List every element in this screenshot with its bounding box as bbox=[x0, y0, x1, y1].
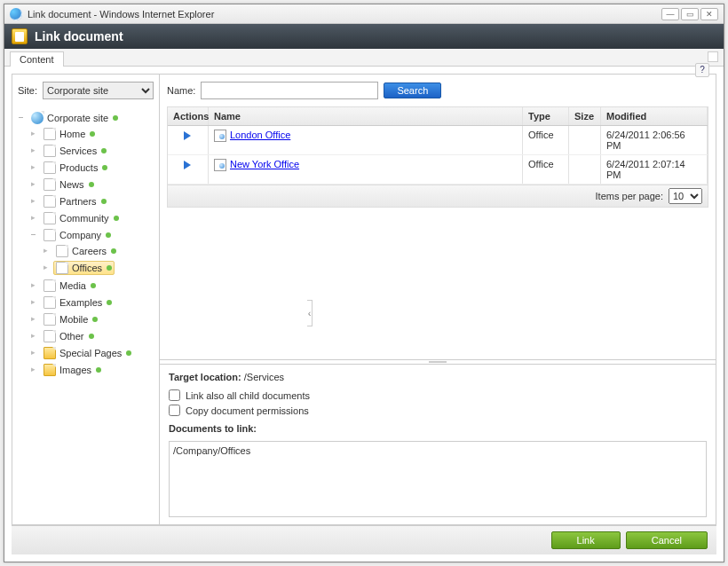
site-selector-row: Site: Corporate site bbox=[12, 75, 159, 106]
page-icon bbox=[44, 195, 56, 208]
status-dot bbox=[91, 283, 96, 288]
folder-icon bbox=[44, 347, 56, 359]
globe-icon bbox=[31, 112, 44, 124]
tree-node[interactable]: Products bbox=[41, 161, 110, 175]
tab-content[interactable]: Content bbox=[10, 51, 64, 67]
tree-node[interactable]: Home bbox=[41, 127, 98, 141]
expand-toggle[interactable]: ▸ bbox=[28, 196, 38, 206]
tree-node-label: Other bbox=[59, 331, 84, 342]
status-dot bbox=[111, 248, 116, 254]
expand-toggle[interactable]: ▸ bbox=[41, 263, 51, 272]
page-icon bbox=[56, 245, 68, 257]
document-name-link[interactable]: London Office bbox=[230, 130, 290, 140]
tree-node[interactable]: Company bbox=[41, 228, 114, 242]
status-dot bbox=[113, 115, 118, 121]
page-icon bbox=[44, 161, 56, 174]
items-per-page-label: Items per page: bbox=[596, 191, 663, 201]
page-icon bbox=[56, 262, 68, 274]
tree-node[interactable]: Services bbox=[41, 144, 109, 158]
expand-toggle[interactable]: ▸ bbox=[28, 129, 38, 138]
items-per-page-select[interactable]: 10 bbox=[669, 188, 702, 204]
col-name: Name bbox=[209, 107, 523, 125]
expand-toggle[interactable]: ▸ bbox=[28, 179, 38, 189]
expand-toggle[interactable]: ▸ bbox=[28, 213, 38, 223]
tree-node[interactable]: Partners bbox=[41, 194, 109, 208]
expand-toggle[interactable]: ▸ bbox=[28, 331, 38, 341]
link-button[interactable]: Link bbox=[551, 531, 621, 549]
col-actions: Actions bbox=[168, 107, 209, 125]
search-button[interactable]: Search bbox=[384, 83, 441, 98]
copy-perms-label: Copy document permissions bbox=[186, 405, 309, 416]
col-type: Type bbox=[523, 107, 569, 125]
table-row: London OfficeOffice6/24/2011 2:06:56 PM bbox=[168, 126, 708, 155]
select-arrow-icon[interactable] bbox=[182, 159, 194, 171]
close-button[interactable]: ✕ bbox=[700, 8, 718, 20]
tree-node[interactable]: Community bbox=[41, 211, 122, 225]
page-icon bbox=[44, 145, 56, 157]
tree-node[interactable]: Examples bbox=[41, 295, 115, 310]
cell-size bbox=[569, 155, 601, 184]
tree-node-label: Images bbox=[59, 365, 91, 375]
expand-toggle[interactable]: ▸ bbox=[28, 280, 38, 290]
ie-icon bbox=[10, 8, 22, 20]
select-arrow-icon[interactable] bbox=[182, 130, 194, 142]
tree-node[interactable]: Special Pages bbox=[41, 346, 134, 360]
tree-node[interactable]: Other bbox=[41, 329, 97, 343]
tree-node-label: Services bbox=[59, 145, 97, 156]
site-select[interactable]: Corporate site bbox=[43, 82, 154, 99]
window-title: Link document - Windows Internet Explore… bbox=[28, 9, 656, 20]
page-icon bbox=[44, 313, 56, 326]
maximize-button[interactable]: ▭ bbox=[681, 8, 699, 20]
col-modified: Modified bbox=[601, 107, 708, 125]
tree-node-label: Media bbox=[59, 280, 86, 291]
document-icon bbox=[214, 130, 226, 142]
content-tree: – Corporate site ▸Home▸Services▸Products… bbox=[12, 106, 159, 524]
status-dot bbox=[107, 265, 112, 271]
name-input[interactable] bbox=[201, 82, 378, 99]
status-dot bbox=[114, 216, 119, 221]
titlebar: Link document - Windows Internet Explore… bbox=[4, 4, 724, 24]
link-children-checkbox[interactable] bbox=[169, 389, 180, 401]
tree-node[interactable]: News bbox=[41, 177, 97, 192]
expand-toggle[interactable]: ▸ bbox=[28, 162, 38, 172]
expand-toggle[interactable]: ▸ bbox=[28, 297, 38, 307]
minimize-button[interactable]: — bbox=[661, 8, 679, 20]
tree-node[interactable]: Offices bbox=[53, 261, 115, 275]
right-pane: Name: Search Actions Name Type Size Modi… bbox=[160, 75, 716, 524]
document-icon bbox=[214, 159, 226, 171]
tree-node-label: Company bbox=[59, 230, 101, 240]
expand-toggle[interactable]: – bbox=[16, 113, 26, 122]
tree-node[interactable]: Careers bbox=[53, 244, 119, 258]
page-icon bbox=[44, 296, 56, 309]
expand-toggle[interactable]: ▸ bbox=[28, 348, 38, 358]
cell-type: Office bbox=[523, 126, 569, 154]
dialog-title: Link document bbox=[35, 29, 123, 43]
copy-perms-checkbox[interactable] bbox=[169, 405, 180, 416]
status-dot bbox=[89, 182, 94, 187]
status-dot bbox=[90, 131, 95, 137]
expand-toggle[interactable]: ▸ bbox=[28, 365, 38, 374]
expand-toggle[interactable]: ▸ bbox=[28, 314, 38, 324]
target-location-value: /Services bbox=[244, 372, 284, 382]
tree-node[interactable]: Mobile bbox=[41, 312, 100, 326]
status-dot bbox=[92, 317, 98, 322]
tree-root[interactable]: Corporate site bbox=[28, 111, 121, 125]
tree-node-label: Examples bbox=[59, 297, 102, 308]
col-size: Size bbox=[569, 107, 601, 125]
expand-toggle[interactable]: – bbox=[28, 230, 38, 240]
target-location-row: Target location: /Services bbox=[169, 372, 707, 382]
tree-node-label: Special Pages bbox=[59, 348, 122, 358]
page-icon bbox=[44, 279, 56, 292]
tree-node[interactable]: Images bbox=[41, 363, 104, 377]
splitter-handle[interactable] bbox=[307, 300, 313, 326]
expand-toggle[interactable]: ▸ bbox=[41, 246, 51, 255]
cancel-button[interactable]: Cancel bbox=[626, 531, 708, 549]
window: Link document - Windows Internet Explore… bbox=[4, 4, 724, 562]
docs-to-link-textarea[interactable]: /Company/Offices bbox=[169, 441, 707, 517]
document-name-link[interactable]: New York Office bbox=[230, 159, 299, 169]
bottom-pane: Target location: /Services Link also all… bbox=[160, 365, 716, 524]
expand-toggle[interactable]: ▸ bbox=[28, 145, 38, 155]
tree-node[interactable]: Media bbox=[41, 279, 99, 293]
cell-type: Office bbox=[523, 155, 569, 184]
status-dot bbox=[126, 350, 131, 356]
